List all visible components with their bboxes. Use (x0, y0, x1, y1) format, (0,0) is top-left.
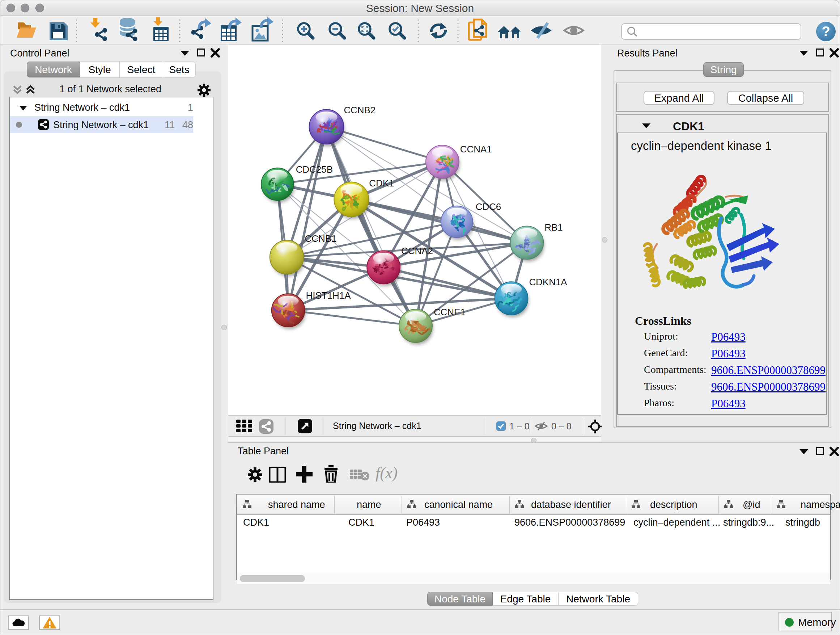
svg-text:RB1: RB1 (545, 222, 562, 233)
svg-text:CCNA1: CCNA1 (460, 144, 492, 154)
svg-text:CCNA2: CCNA2 (401, 246, 433, 256)
svg-text:CCNB2: CCNB2 (344, 105, 376, 115)
svg-text:CDKN1A: CDKN1A (529, 277, 567, 287)
svg-text:CDC6: CDC6 (476, 202, 501, 212)
svg-text:HIST1H1A: HIST1H1A (306, 290, 351, 301)
svg-text:CDK1: CDK1 (369, 178, 394, 188)
svg-text:CDC25B: CDC25B (296, 165, 333, 174)
svg-text:CCNB1: CCNB1 (305, 233, 337, 244)
svg-text:CCNE1: CCNE1 (434, 307, 466, 317)
